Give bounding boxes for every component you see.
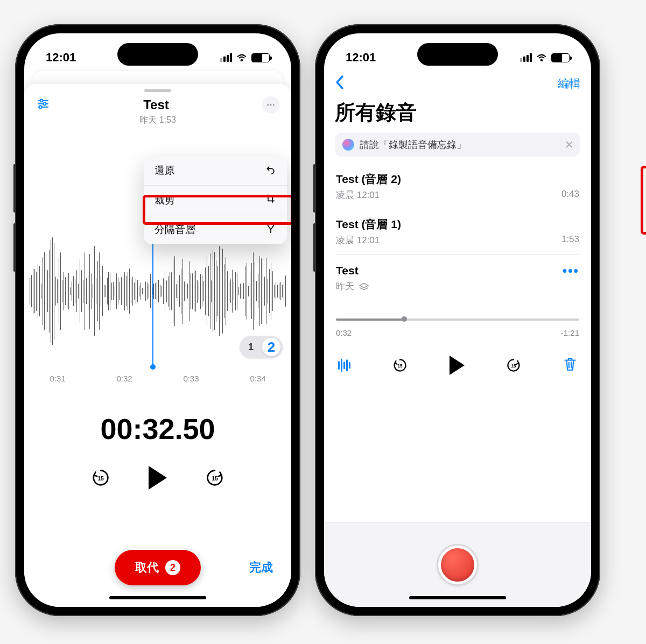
recording-row-title: Test xyxy=(336,264,359,277)
battery-icon xyxy=(251,53,270,62)
more-button[interactable]: ••• xyxy=(563,263,579,278)
options-icon[interactable] xyxy=(36,97,50,112)
replace-badge: 2 xyxy=(165,560,180,575)
playhead[interactable] xyxy=(152,225,153,367)
replace-button[interactable]: 取代 2 xyxy=(115,550,201,585)
recording-row-title: Test (音層 1) xyxy=(336,217,579,232)
recording-row-title: Test (音層 2) xyxy=(336,172,579,187)
recording-row-time: 昨天 xyxy=(336,280,354,293)
replace-label: 取代 xyxy=(135,560,159,576)
sheet-grabber[interactable] xyxy=(144,89,171,92)
menu-trim-label: 裁剪 xyxy=(155,193,175,207)
notch xyxy=(117,43,198,66)
record-button[interactable] xyxy=(438,546,477,584)
status-time: 12:01 xyxy=(346,51,376,65)
status-indicators xyxy=(520,51,570,65)
undo-icon xyxy=(265,164,276,178)
svg-text:15: 15 xyxy=(212,476,218,482)
tick-label: 0:32 xyxy=(116,374,132,383)
waveform-icon[interactable] xyxy=(338,359,350,372)
record-footer xyxy=(324,522,591,607)
scrubber-progress xyxy=(336,319,404,321)
menu-undo-label: 還原 xyxy=(155,164,175,178)
menu-split-label: 分隔音層 xyxy=(155,223,195,237)
recording-row-duration: 0:43 xyxy=(561,189,579,201)
current-time: 00:32.50 xyxy=(24,412,291,445)
scrubber-knob[interactable] xyxy=(402,316,407,322)
svg-text:15: 15 xyxy=(511,364,517,369)
svg-point-12 xyxy=(540,59,543,61)
transport-controls: 15 15 xyxy=(24,466,291,490)
skip-forward-15-button[interactable]: 15 xyxy=(205,468,225,488)
skip-back-15-button[interactable]: 15 xyxy=(392,357,408,373)
more-button[interactable] xyxy=(262,96,279,114)
svg-point-2 xyxy=(40,100,43,102)
cellular-icon xyxy=(220,53,232,62)
menu-trim[interactable]: 裁剪 xyxy=(144,186,287,215)
crop-icon xyxy=(265,194,276,207)
svg-point-6 xyxy=(39,106,42,109)
screen-right: 12:01 編輯 所有錄音 請說「錄製語音備忘錄」 ✕ xyxy=(324,33,591,607)
skip-back-15-button[interactable]: 15 xyxy=(90,468,111,488)
recording-title: Test xyxy=(143,97,169,112)
layer-2-button[interactable]: 2 xyxy=(262,338,280,356)
recording-row[interactable]: Test (音層 1) 凌晨 12:01 1:53 xyxy=(335,209,580,254)
phone-frame-left: 12:01 Tes xyxy=(15,24,300,616)
split-icon xyxy=(265,223,276,237)
recording-row-time: 凌晨 12:01 xyxy=(336,234,380,246)
recording-subtitle: 昨天 1:53 xyxy=(24,115,291,126)
svg-text:15: 15 xyxy=(397,364,403,369)
home-indicator[interactable] xyxy=(109,596,206,599)
svg-text:15: 15 xyxy=(97,476,104,482)
svg-point-4 xyxy=(44,103,46,105)
recording-row-duration: 1:53 xyxy=(561,234,579,246)
page-title: 所有錄音 xyxy=(335,99,580,126)
play-button[interactable] xyxy=(149,466,167,490)
editor-sheet: Test 昨天 1:53 還原 裁剪 xyxy=(24,84,291,607)
wifi-icon xyxy=(236,51,248,65)
recording-row-time: 凌晨 12:01 xyxy=(336,189,380,201)
scrubber[interactable] xyxy=(336,313,579,326)
play-button[interactable] xyxy=(450,356,465,375)
status-time: 12:01 xyxy=(46,51,76,65)
svg-point-0 xyxy=(241,59,243,61)
menu-split-layers[interactable]: 分隔音層 xyxy=(144,215,287,244)
playback-controls: 15 15 xyxy=(336,356,579,375)
status-indicators xyxy=(220,51,270,65)
svg-point-9 xyxy=(273,104,275,106)
elapsed-time: 0:32 xyxy=(336,328,352,337)
time-ticks: 0:31 0:32 0:33 0:34 xyxy=(24,374,291,383)
trash-button[interactable] xyxy=(563,356,577,374)
siri-icon xyxy=(342,139,354,151)
svg-point-8 xyxy=(270,104,271,106)
tick-label: 0:33 xyxy=(183,374,199,383)
wifi-icon xyxy=(536,51,547,65)
edit-button[interactable]: 編輯 xyxy=(558,76,580,91)
notch xyxy=(417,43,498,66)
done-button[interactable]: 完成 xyxy=(249,560,273,576)
recording-row[interactable]: Test (音層 2) 凌晨 12:01 0:43 xyxy=(335,164,580,209)
cellular-icon xyxy=(520,53,532,62)
skip-forward-15-button[interactable]: 15 xyxy=(505,357,522,373)
remaining-time: -1:21 xyxy=(561,328,579,337)
menu-undo[interactable]: 還原 xyxy=(144,156,287,186)
layer-switch[interactable]: 1 2 xyxy=(240,336,283,358)
siri-tip-text: 請說「錄製語音備忘錄」 xyxy=(360,138,466,151)
screen-left: 12:01 Tes xyxy=(24,33,291,607)
tick-label: 0:34 xyxy=(250,374,265,383)
layers-icon xyxy=(359,281,369,292)
tick-label: 0:31 xyxy=(50,374,65,383)
context-menu: 還原 裁剪 分隔音層 xyxy=(144,156,287,244)
close-icon[interactable]: ✕ xyxy=(565,138,574,151)
recordings-list: Test (音層 2) 凌晨 12:01 0:43 Test (音層 1) 凌晨… xyxy=(335,164,580,379)
nav-bar: 編輯 xyxy=(335,71,580,96)
home-indicator[interactable] xyxy=(409,596,506,599)
battery-icon xyxy=(551,53,570,62)
layer-1-button[interactable]: 1 xyxy=(242,338,260,356)
phone-frame-right: 12:01 編輯 所有錄音 請說「錄製語音備忘錄」 ✕ xyxy=(315,24,600,616)
svg-point-7 xyxy=(267,104,269,106)
siri-suggestion[interactable]: 請說「錄製語音備忘錄」 ✕ xyxy=(335,133,580,157)
recording-row-expanded[interactable]: Test ••• 昨天 0:32 xyxy=(335,254,580,379)
back-button[interactable] xyxy=(335,73,345,94)
waveform-area[interactable]: 1 2 0:31 0:32 0:33 0:34 xyxy=(24,222,291,399)
